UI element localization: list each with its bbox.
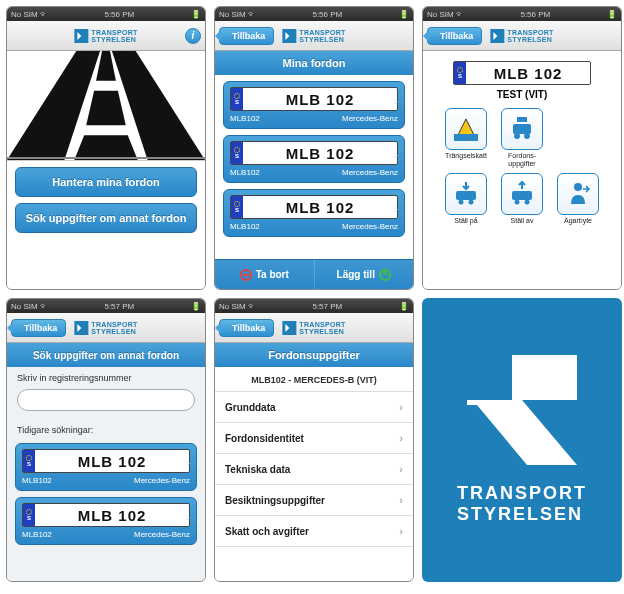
add-button[interactable]: Lägg till: [315, 260, 414, 289]
screen-vehicle-data: No SIMᯤ 5:57 PM 🔋 Tillbaka TRANSPORTSTYR…: [214, 298, 414, 582]
road-illustration: [7, 51, 205, 161]
toolbar: Ta bort Lägg till: [215, 259, 413, 289]
chevron-right-icon: ›: [186, 456, 190, 470]
svg-marker-21: [467, 355, 512, 400]
history-label: Tidigare sökningar:: [7, 419, 205, 437]
battery-icon: 🔋: [399, 10, 409, 19]
clock: 5:56 PM: [520, 10, 550, 19]
svg-point-10: [524, 133, 530, 139]
register-off-button[interactable]: Ställ av: [495, 173, 549, 225]
svg-point-16: [515, 200, 520, 205]
screen-title: Fordonsuppgifter: [215, 343, 413, 367]
plate-number: MLB 102: [466, 65, 590, 82]
back-button[interactable]: Tillbaka: [11, 319, 66, 337]
nav-bar: Tillbaka TRANSPORTSTYRELSEN: [7, 313, 205, 343]
svg-rect-11: [517, 117, 527, 122]
svg-point-9: [514, 133, 520, 139]
vehicle-subtitle: TEST (VIT): [429, 89, 615, 100]
nav-bar: Tillbaka TRANSPORTSTYRELSEN: [423, 21, 621, 51]
brand: TRANSPORTSTYRELSEN: [490, 29, 553, 43]
battery-icon: 🔋: [399, 302, 409, 311]
screen-my-vehicles: No SIMᯤ 5:56 PM 🔋 Tillbaka TRANSPORTSTYR…: [214, 6, 414, 290]
svg-rect-15: [512, 191, 532, 200]
back-button[interactable]: Tillbaka: [219, 27, 274, 45]
register-on-button[interactable]: Ställ på: [439, 173, 493, 225]
list-row-tekniska-data[interactable]: Tekniska data›: [215, 453, 413, 484]
chevron-right-icon: ›: [399, 525, 403, 537]
plate-number: MLB 102: [243, 91, 397, 108]
brand-logo-icon: [490, 29, 504, 43]
splash-brand-text: TRANSPORT STYRELSEN: [457, 483, 587, 524]
info-button[interactable]: i: [185, 28, 201, 44]
brand-logo-icon: [282, 29, 296, 43]
wifi-icon: ᯤ: [456, 10, 464, 19]
screen-home: No SIMᯤ 5:56 PM 🔋 TRANSPORTSTYRELSEN i: [6, 6, 206, 290]
nav-bar: TRANSPORTSTYRELSEN i: [7, 21, 205, 51]
status-bar: No SIMᯤ 5:57 PM 🔋: [215, 299, 413, 313]
chevron-right-icon: ›: [394, 202, 398, 216]
vehicle-card[interactable]: SMLB 102 MLB102Mercedes-Benz ›: [223, 189, 405, 237]
nav-bar: Tillbaka TRANSPORTSTYRELSEN: [215, 21, 413, 51]
congestion-tax-button[interactable]: Trängselskatt: [439, 108, 493, 167]
status-bar: No SIMᯤ 5:56 PM 🔋: [423, 7, 621, 21]
status-bar: No SIMᯤ 5:57 PM 🔋: [7, 299, 205, 313]
clock: 5:56 PM: [312, 10, 342, 19]
history-item[interactable]: SMLB 102 MLB102Mercedes-Benz ›: [15, 497, 197, 545]
status-bar: No SIMᯤ 5:56 PM 🔋: [215, 7, 413, 21]
brand-logo-icon: [74, 29, 88, 43]
svg-marker-5: [74, 135, 137, 160]
battery-icon: 🔋: [191, 10, 201, 19]
clock: 5:57 PM: [312, 302, 342, 311]
chevron-right-icon: ›: [399, 494, 403, 506]
clock: 5:57 PM: [104, 302, 134, 311]
input-label: Skriv in registreringsnummer: [7, 367, 205, 385]
brand-logo-icon: [282, 321, 296, 335]
vehicle-card[interactable]: SMLB 102 MLB102Mercedes-Benz ›: [223, 135, 405, 183]
list-row-grunddata[interactable]: Grunddata›: [215, 391, 413, 422]
back-button[interactable]: Tillbaka: [219, 319, 274, 337]
svg-point-14: [469, 200, 474, 205]
chevron-right-icon: ›: [399, 463, 403, 475]
brand: TRANSPORTSTYRELSEN: [74, 321, 137, 335]
splash-screen: TRANSPORT STYRELSEN: [422, 298, 622, 582]
wifi-icon: ᯤ: [248, 302, 256, 311]
list-row-fordonsidentitet[interactable]: Fordonsidentitet›: [215, 422, 413, 453]
wifi-icon: ᯤ: [248, 10, 256, 19]
chevron-right-icon: ›: [399, 432, 403, 444]
svg-point-18: [574, 183, 582, 191]
vehicle-info-button[interactable]: Fordons- uppgifter: [495, 108, 549, 167]
owner-change-button[interactable]: Ägarbyte: [551, 173, 605, 225]
brand: TRANSPORTSTYRELSEN: [282, 321, 345, 335]
splash-logo-icon: [467, 355, 577, 465]
add-icon: [379, 269, 391, 281]
nav-bar: Tillbaka TRANSPORTSTYRELSEN: [215, 313, 413, 343]
remove-button[interactable]: Ta bort: [215, 260, 315, 289]
svg-point-17: [525, 200, 530, 205]
wifi-icon: ᯤ: [40, 302, 48, 311]
svg-rect-8: [513, 124, 531, 134]
battery-icon: 🔋: [191, 302, 201, 311]
battery-icon: 🔋: [607, 10, 617, 19]
history-item[interactable]: SMLB 102 MLB102Mercedes-Benz ›: [15, 443, 197, 491]
search-other-vehicle-button[interactable]: Sök uppgifter om annat fordon: [15, 203, 197, 233]
brand-logo-icon: [74, 321, 88, 335]
svg-point-13: [459, 200, 464, 205]
back-button[interactable]: Tillbaka: [427, 27, 482, 45]
chevron-right-icon: ›: [399, 401, 403, 413]
list-row-besiktning[interactable]: Besiktningsuppgifter›: [215, 484, 413, 515]
clock: 5:56 PM: [104, 10, 134, 19]
vehicle-card[interactable]: SMLB 102 MLB102Mercedes-Benz ›: [223, 81, 405, 129]
registration-input[interactable]: [17, 389, 195, 411]
brand-text: TRANSPORTSTYRELSEN: [91, 29, 137, 43]
chevron-right-icon: ›: [394, 94, 398, 108]
remove-icon: [240, 269, 252, 281]
status-bar: No SIMᯤ 5:56 PM 🔋: [7, 7, 205, 21]
wifi-icon: ᯤ: [40, 10, 48, 19]
list-row-skatt[interactable]: Skatt och avgifter›: [215, 515, 413, 547]
svg-rect-7: [454, 134, 478, 141]
screen-title: Sök uppgifter om annat fordon: [7, 343, 205, 367]
screen-vehicle-detail: No SIMᯤ 5:56 PM 🔋 Tillbaka TRANSPORTSTYR…: [422, 6, 622, 290]
manage-vehicles-button[interactable]: Hantera mina fordon: [15, 167, 197, 197]
carrier-label: No SIM: [11, 10, 38, 19]
chevron-right-icon: ›: [394, 148, 398, 162]
